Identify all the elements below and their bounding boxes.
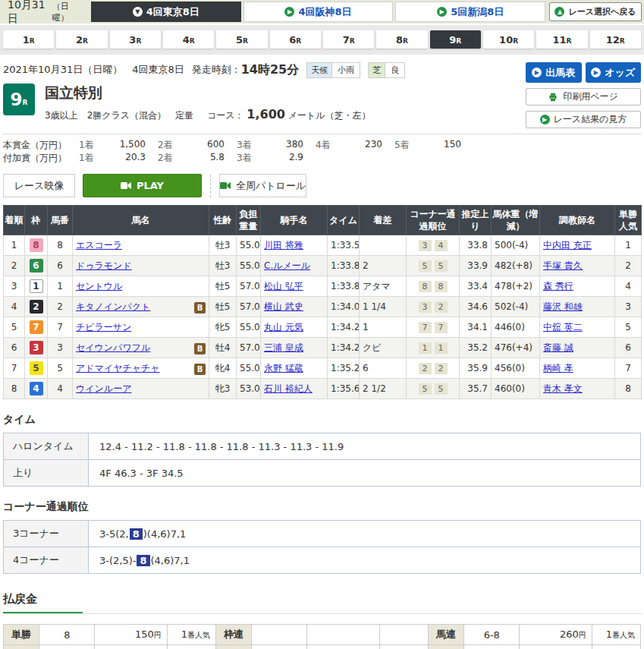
finish-time: 1:33.8 (328, 256, 360, 276)
bracket-number: 4 (30, 382, 43, 395)
finish-position: 5 (4, 317, 25, 338)
patrol-video-button[interactable]: 全周パトロール (219, 174, 306, 197)
horse-name-cell: エスコーラ (73, 235, 209, 256)
horse-name-link[interactable]: アドマイヤチャチャ (76, 363, 160, 373)
race-num: 4 (183, 34, 190, 46)
payout-row-tansho: 単勝 8 150円 1番人気 (4, 625, 216, 645)
odds-button-label: オッズ (605, 66, 635, 80)
horse-number: 4 (48, 379, 73, 399)
trainer-link[interactable]: 森 秀行 (543, 281, 573, 291)
payout-type-win: 単勝 (4, 625, 39, 645)
corner-row-value: 3-5(2,8)(4,6)7,1 (89, 521, 641, 547)
race-tab-8r[interactable]: 8R (376, 30, 427, 49)
sex-age: 牝4 (209, 358, 237, 379)
back-to-race-select-button[interactable]: ▲ レース選択へ戻る (549, 2, 642, 21)
race-tab-10r[interactable]: 10R (483, 30, 534, 49)
horse-name-cell: B セイウンパワフル (73, 338, 209, 358)
race-tab-6r[interactable]: 6R (270, 30, 321, 49)
corner-order-prefix: 3-(2,5)- (99, 555, 136, 566)
race-tab-7r[interactable]: 7R (323, 30, 374, 49)
col-corner-order: コーナー通過順位 (407, 206, 460, 235)
time-row: 上り 4F 46.3 - 3F 34.5 (4, 460, 641, 487)
trainer-link[interactable]: 藤沢 和雄 (543, 301, 583, 312)
horse-weight: 446(0) (492, 317, 540, 338)
finish-position: 2 (4, 256, 25, 276)
jockey-link[interactable]: C.ルメール (264, 260, 310, 271)
race-header-buttons: ▶ 出馬表 ▶ オッズ 印刷用ページ ▶ レース結果の見方 (526, 62, 641, 128)
race-tab-4r[interactable]: 4R (163, 30, 214, 49)
race-num: 9 (449, 34, 456, 46)
trainer-link[interactable]: 手塚 貴久 (543, 260, 583, 271)
race-tab-12r[interactable]: 12R (590, 30, 641, 49)
race-tab-11r[interactable]: 11R (536, 30, 587, 49)
corner-row: 4コーナー 3-(2,5)-8(4,6)7,1 (4, 547, 641, 574)
prize-pair: 1着 20.3 (79, 152, 158, 165)
venue-tab-tokyo[interactable]: ▼ 4回東京8日 (91, 2, 241, 22)
chevron-right-icon: ▶ (284, 7, 294, 17)
trainer-cell: 藤沢 和雄 (540, 297, 615, 317)
meeting-date: 10月31日 （日曜） (0, 0, 90, 24)
payout-combination (252, 625, 307, 645)
time-row-value: 12.4 - 11.2 - 11.8 - 11.8 - 11.8 - 11.3 … (89, 433, 641, 460)
race-num: 6 (289, 34, 296, 46)
prize-pair: 5着 150 (394, 139, 473, 152)
venue-tab-label: 4回阪神8日 (298, 5, 351, 19)
trainer-link[interactable]: 中内田 充正 (543, 240, 592, 250)
horse-name-link[interactable]: ドゥラモンド (76, 260, 132, 271)
jockey-link[interactable]: 石川 裕紀人 (264, 383, 313, 394)
last-3f-time: 33.8 (460, 235, 492, 256)
result-guide-button[interactable]: ▶ レース結果の見方 (526, 111, 641, 128)
time-table: ハロンタイム 12.4 - 11.2 - 11.8 - 11.8 - 11.8 … (3, 433, 641, 487)
race-num: 10 (499, 34, 513, 46)
horse-name-link[interactable]: セントウル (76, 281, 122, 291)
play-button[interactable]: PLAY (83, 174, 202, 197)
race-suffix: R (243, 37, 248, 45)
jockey-link[interactable]: 松山 弘平 (264, 281, 303, 291)
chevron-right-icon: ▶ (437, 7, 447, 17)
race-suffix: R (403, 37, 408, 45)
bracket-cell: 5 (25, 358, 48, 379)
payout-popularity: 2番人気 (379, 645, 428, 649)
trainer-link[interactable]: 斎藤 誠 (543, 342, 573, 353)
jockey-link[interactable]: 川田 将雅 (264, 240, 303, 250)
horse-number: 3 (48, 338, 73, 358)
jockey-link[interactable]: 横山 武史 (264, 301, 303, 312)
odds-button[interactable]: ▶ オッズ (586, 62, 642, 83)
corner-row-value: 3-(2,5)-8(4,6)7,1 (89, 547, 641, 574)
entry-list-button[interactable]: ▶ 出馬表 (526, 62, 582, 83)
horse-name-link[interactable]: エスコーラ (76, 240, 122, 250)
sex-age: 牝3 (209, 379, 237, 399)
last-3f-time: 33.9 (460, 256, 492, 276)
horse-name-link[interactable]: ウインルーア (76, 383, 131, 394)
horse-name-link[interactable]: チビラーサン (76, 322, 131, 332)
chevron-up-icon: ▲ (554, 7, 564, 17)
finish-time: 1:33.8 (328, 276, 360, 297)
trainer-link[interactable]: 中舘 英二 (543, 322, 583, 332)
race-tab-3r[interactable]: 3R (110, 30, 161, 49)
race-tab-5r[interactable]: 5R (216, 30, 267, 49)
jockey-link[interactable]: 三浦 皇成 (264, 342, 303, 353)
race-tab-2r[interactable]: 2R (56, 30, 107, 49)
horse-weight: 500(-4) (492, 235, 540, 256)
bracket-cell: 8 (25, 235, 48, 256)
race-tab-1r[interactable]: 1R (3, 30, 54, 49)
margin: 2 1/2 (360, 379, 407, 399)
payout-tables: 単勝 8 150円 1番人気 複勝 8 110円 1番人気 6 120円 3番人… (3, 624, 641, 649)
horse-name-link[interactable]: セイウンパワフル (76, 342, 150, 353)
jockey-link[interactable]: 永野 猛蔵 (264, 363, 303, 373)
finish-time: 1:34.2 (328, 338, 360, 358)
payout-row-wakuren: 枠連 (216, 625, 429, 645)
trainer-link[interactable]: 柄崎 孝 (543, 363, 573, 373)
horse-name-link[interactable]: キタノインパクト (76, 301, 150, 312)
race-tab-9r[interactable]: 9R (430, 30, 481, 49)
venue-tab-niigata[interactable]: ▶ 5回新潟8日 (395, 2, 545, 22)
race-video-button[interactable]: レース映像 (3, 174, 75, 197)
trainer-link[interactable]: 青木 孝文 (543, 383, 583, 394)
jockey-link[interactable]: 丸山 元気 (264, 322, 303, 332)
print-page-button[interactable]: 印刷用ページ (526, 88, 641, 106)
venue-tab-hanshin[interactable]: ▶ 4回阪神8日 (243, 2, 394, 22)
start-time-value: 14時25分 (241, 62, 300, 78)
payout-combination: 8 (39, 645, 95, 649)
payout-type-bracket-quinella: 枠連 (216, 625, 252, 645)
corner-order-prefix: 3-5(2, (99, 528, 129, 540)
